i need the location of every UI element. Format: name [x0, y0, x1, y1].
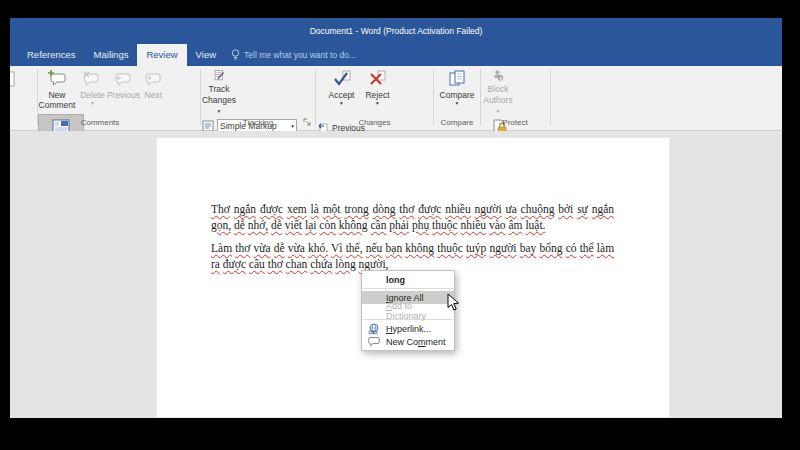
tracking-group-label: Tracking: [202, 118, 314, 127]
group-divider: [550, 69, 551, 125]
ribbon-partial-button[interactable]: e: [10, 66, 36, 129]
title-bar: Document1 - Word (Product Activation Fai…: [10, 18, 782, 44]
accept-icon: [332, 69, 352, 89]
comments-group-label: Comments: [39, 118, 161, 127]
window-title: Document1 - Word (Product Activation Fai…: [10, 18, 782, 44]
lightbulb-icon: [231, 49, 240, 61]
ribbon-group-comments: New Comment Delete ▾ Previous: [39, 66, 199, 129]
new-comment-icon: [47, 69, 68, 89]
next-comment-label: Next: [145, 91, 162, 101]
paragraph[interactable]: Làm thơ vừa dễ vừa khó. Vì thế, nếu bạn …: [211, 241, 614, 272]
previous-comment-label: Previous: [107, 91, 140, 101]
track-changes-button[interactable]: Track Changes ▾: [202, 66, 236, 115]
tab-review[interactable]: Review: [137, 44, 186, 66]
block-authors-icon: [488, 69, 508, 83]
accept-button[interactable]: Accept ▾: [325, 66, 358, 115]
menu-separator: [363, 288, 453, 289]
group-divider: [200, 69, 201, 125]
menu-item-new-comment[interactable]: New Comment: [362, 335, 454, 348]
mouse-cursor: [447, 293, 460, 312]
comment-icon: [366, 336, 381, 347]
next-comment-button[interactable]: Next: [141, 66, 165, 115]
next-comment-icon: [143, 69, 163, 89]
menu-item-label: long: [366, 275, 405, 285]
delete-comment-button[interactable]: Delete ▾: [79, 66, 105, 115]
new-comment-button[interactable]: New Comment: [39, 66, 75, 115]
menu-item-label: New Comment: [381, 337, 446, 347]
tracking-dialog-launcher[interactable]: [303, 118, 311, 126]
ribbon-group-protect: Block Authors ▾ Restrict Editing Protect: [482, 66, 548, 129]
delete-caret: ▾: [91, 101, 94, 106]
ribbon-group-compare: Compare ▾ Compare: [435, 66, 479, 129]
compare-group-label: Compare: [435, 118, 479, 127]
menu-item-long[interactable]: long: [362, 273, 454, 286]
menu-item-label: Hyperlink...: [381, 324, 431, 334]
ribbon-tab-row: References Mailings Review View Tell me …: [10, 44, 782, 66]
ribbon-group-tracking: Track Changes ▾ Simple Markup▾ Show Mark…: [202, 66, 314, 129]
previous-comment-icon: [113, 69, 133, 89]
menu-item-hyperlink[interactable]: Hyperlink...: [362, 322, 454, 335]
tell-me-label: Tell me what you want to do...: [244, 50, 356, 60]
track-changes-icon: [210, 69, 229, 83]
group-divider: [315, 69, 316, 125]
tell-me-box[interactable]: Tell me what you want to do...: [231, 44, 356, 66]
changes-group-label: Changes: [317, 118, 432, 127]
group-divider: [480, 69, 481, 125]
block-authors-label-1: Block: [488, 85, 509, 95]
protect-group-label: Protect: [482, 118, 548, 127]
reject-button[interactable]: Reject ▾: [362, 66, 392, 115]
partial-icon: [10, 69, 16, 89]
compare-icon: [447, 69, 467, 89]
tab-view[interactable]: View: [187, 44, 225, 66]
reject-icon: [367, 69, 387, 89]
paragraph[interactable]: Thơ ngắn được xem là một trong dòng thơ …: [211, 202, 614, 233]
word-window: Document1 - Word (Product Activation Fai…: [10, 18, 782, 418]
block-authors-button[interactable]: Block Authors ▾: [482, 66, 514, 115]
block-authors-label-2: Authors ▾: [482, 96, 514, 115]
tab-mailings[interactable]: Mailings: [85, 44, 138, 66]
spellcheck-context-menu: longIgnore AllAdd to DictionaryHyperlink…: [361, 270, 455, 351]
tab-row-spacer: [10, 44, 18, 66]
compare-button[interactable]: Compare ▾: [435, 66, 479, 115]
new-comment-label: New Comment: [39, 91, 76, 110]
tab-references[interactable]: References: [18, 44, 85, 66]
menu-item-add-to-dictionary: Add to Dictionary: [362, 304, 454, 317]
track-changes-label-1: Track: [209, 85, 230, 95]
ribbon-group-changes: Accept ▾ Reject ▾ Previous Next: [317, 66, 432, 129]
menu-item-label: Add to Dictionary: [366, 301, 454, 321]
hyperlink-icon: [366, 323, 381, 335]
group-divider: [433, 69, 434, 125]
track-changes-label-2: Changes ▾: [202, 96, 236, 115]
delete-comment-icon: [82, 69, 102, 89]
ribbon: e New Comment Delete ▾: [10, 66, 782, 131]
previous-comment-button[interactable]: Previous: [110, 66, 137, 115]
